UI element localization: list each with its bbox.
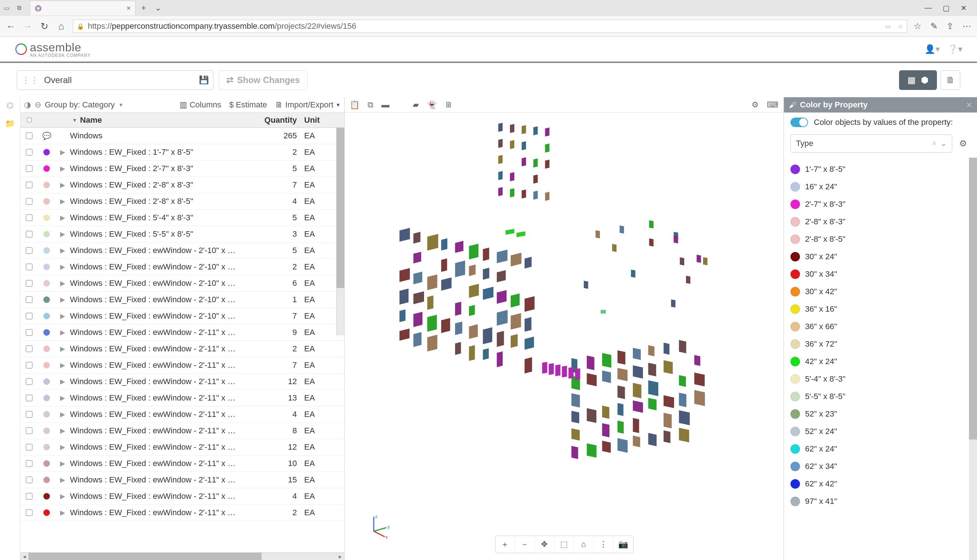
estimate-button[interactable]: $ Estimate — [229, 100, 267, 110]
legend-item[interactable]: 36" x 66" — [790, 318, 970, 335]
color-settings-icon[interactable]: ⚙ — [956, 138, 970, 148]
legend-item[interactable]: 30" x 34" — [790, 265, 970, 283]
legend-item[interactable]: 36" x 72" — [790, 335, 970, 353]
home-view-button[interactable]: ⌂ — [574, 536, 594, 553]
browser-tab[interactable]: × — [30, 1, 135, 15]
row-checkbox[interactable] — [26, 149, 32, 155]
section-box-icon[interactable]: ▰ — [413, 100, 419, 110]
expand-icon[interactable]: ▶ — [55, 197, 70, 205]
help-menu-icon[interactable]: ❔▾ — [947, 44, 962, 54]
grid-row[interactable]: ▶Windows : EW_Fixed : ewWindow - 2'-11" … — [20, 390, 344, 406]
zoom-out-button[interactable]: － — [515, 536, 535, 553]
legend-item[interactable]: 30" x 42" — [790, 283, 970, 300]
grid-row[interactable]: ▶Windows : EW_Fixed : ewWindow - 2'-10" … — [20, 292, 344, 308]
expand-icon[interactable]: ▶ — [55, 263, 70, 271]
row-checkbox[interactable] — [26, 395, 32, 401]
ghost-icon[interactable]: 👻 — [427, 100, 437, 110]
legend-item[interactable]: 2'-7" x 8'-3" — [790, 195, 970, 213]
grid-row[interactable]: ▶Windows : EW_Fixed : ewWindow - 2'-11" … — [20, 423, 344, 439]
grid-row[interactable]: ▶Windows : EW_Fixed : ewWindow - 2'-11" … — [20, 357, 344, 373]
scroll-right-icon[interactable]: ▸ — [336, 553, 344, 560]
keyboard-icon[interactable]: ⌨ — [767, 100, 778, 110]
legend-scrollbar[interactable] — [969, 158, 977, 560]
row-checkbox[interactable] — [26, 280, 32, 287]
row-checkbox[interactable] — [26, 493, 32, 500]
url-input[interactable]: 🔒 https://pepperconstructioncompany.trya… — [73, 20, 907, 33]
legend-item[interactable]: 5'-5" x 8'-5" — [790, 388, 970, 405]
row-checkbox[interactable] — [26, 345, 32, 352]
legend-item[interactable]: 1'-7" x 8'-5" — [790, 160, 970, 178]
row-checkbox[interactable] — [26, 411, 32, 418]
comment-icon[interactable]: 💬 — [42, 132, 51, 140]
row-checkbox[interactable] — [26, 182, 32, 188]
refresh-button[interactable]: ↻ — [39, 21, 50, 32]
grid-row[interactable]: ▶Windows : EW_Fixed : 2'-8" x 8'-3"7EA — [20, 177, 344, 193]
row-checkbox[interactable] — [26, 427, 32, 434]
clear-select-icon[interactable]: × — [932, 139, 937, 148]
grid-horizontal-scrollbar[interactable]: ◂ ▸ — [20, 552, 344, 560]
expand-icon[interactable]: ▶ — [55, 443, 70, 451]
expand-icon[interactable]: ▶ — [55, 410, 70, 418]
group-by-label[interactable]: Group by: Category — [45, 100, 115, 110]
grid-row[interactable]: ▶Windows : EW_Fixed : ewWindow - 2'-11" … — [20, 472, 344, 488]
filter-icon[interactable]: ◑ — [24, 100, 31, 110]
legend-item[interactable]: 62" x 24" — [790, 440, 970, 458]
copy-icon[interactable]: ⧉ — [367, 100, 373, 110]
legend-item[interactable]: 2'-8" x 8'-5" — [790, 230, 970, 248]
gear-icon[interactable]: ⚙ — [752, 100, 759, 110]
grid-row[interactable]: ▶Windows : EW_Fixed : ewWindow - 2'-10" … — [20, 259, 344, 275]
expand-icon[interactable]: ▶ — [55, 312, 70, 320]
maximize-icon[interactable]: ▢ — [943, 3, 950, 12]
header-name[interactable]: ▼ Name — [70, 115, 253, 125]
axis-gizmo-icon[interactable]: z y x — [366, 513, 392, 538]
close-tab-icon[interactable]: × — [126, 4, 131, 12]
row-checkbox[interactable] — [26, 313, 32, 319]
grid-row[interactable]: ▶Windows : EW_Fixed : ewWindow - 2'-10" … — [20, 308, 344, 324]
grid-row[interactable]: ▶Windows : EW_Fixed : 1'-7" x 8'-5"2EA — [20, 144, 344, 160]
row-checkbox[interactable] — [26, 231, 32, 237]
legend-item[interactable]: 16" x 24" — [790, 178, 970, 195]
tab-overflow-icon[interactable]: ⌄ — [152, 3, 164, 13]
expand-icon[interactable]: ▶ — [55, 427, 70, 435]
zoom-in-button[interactable]: ＋ — [495, 536, 515, 553]
tab-unknown-icon-1[interactable]: ▭ — [3, 4, 10, 12]
row-checkbox[interactable] — [26, 329, 32, 336]
legend-item[interactable]: 62" x 34" — [790, 458, 970, 475]
expand-icon[interactable]: ▶ — [55, 296, 70, 304]
row-checkbox[interactable] — [26, 247, 32, 254]
more-tools-button[interactable]: ⋮ — [594, 536, 613, 553]
select-all-checkbox[interactable] — [27, 118, 32, 122]
expand-icon[interactable]: ▶ — [55, 214, 70, 222]
back-button[interactable]: ← — [6, 21, 16, 32]
expand-icon[interactable]: ▶ — [55, 460, 70, 468]
expand-icon[interactable]: ▶ — [55, 394, 70, 402]
row-checkbox[interactable] — [26, 509, 32, 516]
grid-row[interactable]: ▶Windows : EW_Fixed : ewWindow - 2'-11" … — [20, 341, 344, 357]
expand-icon[interactable]: ▶ — [55, 165, 70, 173]
forward-button[interactable]: → — [23, 21, 33, 32]
row-checkbox[interactable] — [26, 362, 32, 368]
legend-item[interactable]: 97" x 41" — [790, 493, 970, 510]
legend-item[interactable]: 52" x 23" — [790, 405, 970, 423]
row-checkbox[interactable] — [26, 215, 32, 221]
legend-item[interactable]: 42" x 24" — [790, 353, 970, 370]
export-button[interactable]: 🗎 — [940, 70, 960, 90]
chevron-down-icon[interactable]: ⌄ — [940, 139, 947, 148]
grid-row[interactable]: ▶Windows : EW_Fixed : ewWindow - 2'-10" … — [20, 242, 344, 259]
clipboard-icon[interactable]: 📋 — [350, 100, 359, 110]
legend-item[interactable]: 62" x 42" — [790, 475, 970, 493]
grid-row[interactable]: ▶Windows : EW_Fixed : 5'-4" x 8'-3"5EA — [20, 210, 344, 226]
grid-row[interactable]: ▶Windows : EW_Fixed : ewWindow - 2'-11" … — [20, 505, 344, 521]
page-icon[interactable]: 🗎 — [445, 100, 453, 110]
chevron-down-icon[interactable]: ▼ — [119, 102, 124, 108]
scroll-left-icon[interactable]: ◂ — [20, 553, 28, 560]
row-checkbox[interactable] — [26, 297, 32, 303]
row-checkbox[interactable] — [26, 444, 32, 450]
user-menu-icon[interactable]: 👤▾ — [925, 44, 940, 54]
model-viewer[interactable] — [345, 113, 783, 515]
save-view-icon[interactable]: 💾 — [199, 75, 209, 85]
expand-icon[interactable]: ▶ — [55, 181, 70, 189]
expand-icon[interactable]: ▶ — [55, 247, 70, 255]
row-checkbox[interactable] — [26, 477, 32, 483]
expand-icon[interactable]: ▶ — [55, 148, 70, 156]
